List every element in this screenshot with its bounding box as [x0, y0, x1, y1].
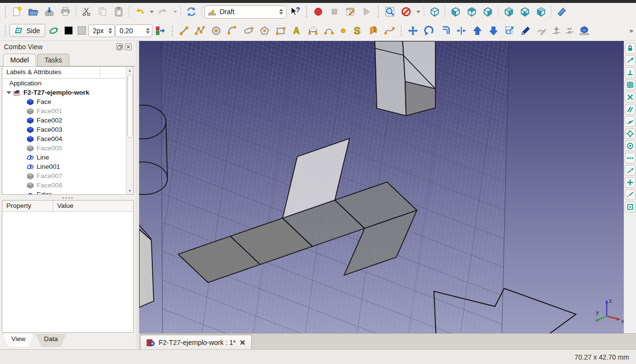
tree-item[interactable]: Line001	[2, 162, 133, 171]
tree-column-header[interactable]: Labels & Attributes	[2, 67, 133, 79]
line-width-spinbox[interactable]: 2px	[88, 24, 115, 37]
scroll-up-icon[interactable]: ▲	[126, 67, 133, 74]
value-column-header[interactable]: Value	[53, 201, 78, 211]
draw-style-dropdown[interactable]	[414, 4, 421, 19]
snap-parallel-button[interactable]	[625, 104, 636, 115]
rotate-button[interactable]	[421, 23, 437, 38]
box-top-right[interactable]	[375, 41, 435, 116]
snap-working-plane-button[interactable]	[625, 202, 636, 212]
snap-grid-button[interactable]	[625, 80, 636, 90]
new-file-button[interactable]	[9, 4, 25, 19]
draft-ellipse-button[interactable]	[241, 23, 256, 38]
macro-edit-button[interactable]	[343, 4, 358, 19]
wire-edit-button[interactable]	[534, 23, 550, 38]
toolbar-drag-handle[interactable]	[305, 6, 308, 17]
draft-bezier-button[interactable]	[382, 23, 397, 38]
tree-item[interactable]: Face004	[2, 134, 133, 143]
fit-all-button[interactable]	[382, 4, 398, 19]
undo-button[interactable]	[132, 4, 147, 19]
tab-tasks[interactable]: Tasks	[37, 54, 69, 66]
scrollbar-thumb[interactable]	[127, 75, 133, 138]
close-tab-icon[interactable]	[240, 340, 246, 345]
print-button[interactable]	[58, 4, 73, 19]
whats-this-button[interactable]: ?	[287, 4, 303, 19]
downgrade-button[interactable]	[486, 23, 501, 38]
refresh-button[interactable]	[184, 4, 199, 19]
upgrade-button[interactable]	[470, 23, 485, 38]
toolbar-drag-handle[interactable]	[3, 6, 7, 17]
tree-item-clipped[interactable]: Edge	[2, 190, 133, 195]
draft-facebinder-button[interactable]	[366, 23, 381, 38]
draft-polygon-button[interactable]	[257, 23, 272, 38]
workbench-spin[interactable]	[279, 9, 283, 15]
text-scale-spinbox[interactable]: 0,20	[115, 24, 152, 37]
snap-perpendicular-button[interactable]	[625, 67, 636, 78]
tab-model[interactable]: Model	[3, 54, 36, 66]
trim-button[interactable]	[453, 23, 469, 38]
expand-arrow-icon[interactable]	[6, 91, 11, 94]
macro-record-button[interactable]	[310, 4, 326, 19]
line-color-swatch[interactable]	[62, 23, 75, 38]
draft-shapestring-button[interactable]: S	[349, 23, 365, 38]
toolbar-drag-handle[interactable]	[376, 6, 380, 17]
toolbar-drag-handle[interactable]	[399, 25, 403, 36]
panel-splitter[interactable]	[2, 196, 134, 200]
draft-to-sketch-button[interactable]	[576, 23, 592, 38]
snap-near-button[interactable]	[625, 165, 636, 176]
macro-play-button[interactable]	[359, 4, 374, 19]
draft-bspline-button[interactable]	[321, 23, 337, 38]
scale-button[interactable]	[502, 23, 517, 38]
panel-float-button[interactable]	[116, 43, 123, 50]
paste-button[interactable]	[111, 4, 126, 19]
undo-dropdown[interactable]	[148, 4, 155, 19]
toolbar-drag-handle[interactable]	[170, 25, 174, 36]
draft-dimension-button[interactable]: 1.00	[305, 23, 321, 38]
tab-view[interactable]: View	[3, 334, 34, 347]
remove-point-button[interactable]	[563, 23, 576, 38]
tree-document-row[interactable]: F2-T27-ejemplo-work	[2, 88, 133, 97]
autogroup-button[interactable]	[46, 23, 62, 38]
face-color-swatch[interactable]	[75, 23, 88, 38]
draw-style-button[interactable]	[398, 4, 414, 19]
draft-text-button[interactable]: A	[289, 23, 305, 38]
snap-lock-button[interactable]	[625, 43, 636, 54]
tree-item[interactable]: Face	[2, 97, 133, 106]
document-tab[interactable]: F2-T27-ejemplo-work : 1*	[140, 335, 252, 349]
draft-line-button[interactable]	[176, 23, 192, 38]
tree-root-application[interactable]: Application	[2, 79, 133, 88]
panel-close-button[interactable]	[125, 43, 132, 50]
snap-angle-button[interactable]	[625, 128, 636, 139]
view-right-button[interactable]	[480, 4, 495, 19]
offset-button[interactable]	[437, 23, 453, 38]
tab-data[interactable]: Data	[36, 334, 66, 347]
draft-arc-button[interactable]	[225, 23, 240, 38]
view-left-button[interactable]	[533, 4, 549, 19]
add-point-button[interactable]	[550, 23, 563, 38]
edit-button[interactable]	[518, 23, 533, 38]
draft-rectangle-button[interactable]	[273, 23, 288, 38]
snap-extension-button[interactable]	[625, 189, 636, 200]
redo-button[interactable]	[155, 4, 171, 19]
move-button[interactable]	[405, 23, 421, 38]
snap-center-button[interactable]	[625, 141, 636, 151]
snap-ortho-button[interactable]	[625, 177, 636, 188]
tree-item[interactable]: Face002	[2, 116, 133, 125]
snap-endpoint-button[interactable]	[625, 55, 636, 66]
tree-item[interactable]: Face005	[2, 143, 133, 153]
copy-button[interactable]	[95, 4, 110, 19]
apply-style-button[interactable]	[153, 23, 168, 38]
workbench-selector[interactable]: Draft	[205, 5, 287, 19]
tree-item[interactable]: Face007	[2, 171, 133, 181]
macro-stop-button[interactable]	[327, 4, 342, 19]
tree-item[interactable]: Face001	[2, 106, 133, 116]
property-column-header[interactable]: Property	[2, 201, 53, 211]
3d-viewport[interactable]: z x y	[139, 41, 624, 333]
snap-special-button[interactable]	[625, 153, 636, 163]
snap-midpoint-button[interactable]	[625, 116, 636, 127]
save-button[interactable]	[41, 4, 57, 19]
view-top-button[interactable]	[464, 4, 479, 19]
view-bottom-button[interactable]	[517, 4, 533, 19]
view-rear-button[interactable]	[501, 4, 516, 19]
draft-circle-button[interactable]	[208, 23, 224, 38]
view-front-button[interactable]	[448, 4, 463, 19]
